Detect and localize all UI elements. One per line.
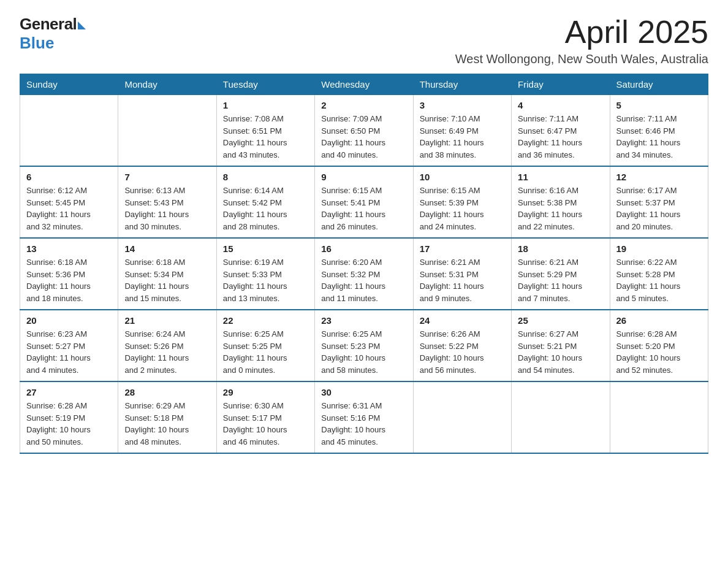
calendar-cell: 29Sunrise: 6:30 AM Sunset: 5:17 PM Dayli…: [216, 381, 314, 453]
day-info: Sunrise: 7:11 AM Sunset: 6:47 PM Dayligh…: [518, 113, 603, 161]
weekday-header: Monday: [118, 74, 216, 95]
day-info: Sunrise: 6:18 AM Sunset: 5:36 PM Dayligh…: [26, 256, 112, 304]
day-number: 14: [124, 243, 210, 254]
day-info: Sunrise: 6:28 AM Sunset: 5:20 PM Dayligh…: [616, 328, 702, 376]
day-number: 22: [223, 315, 308, 326]
weekday-header: Thursday: [413, 74, 511, 95]
day-info: Sunrise: 6:15 AM Sunset: 5:41 PM Dayligh…: [321, 185, 406, 232]
calendar-cell: [512, 381, 610, 453]
calendar-cell: 9Sunrise: 6:15 AM Sunset: 5:41 PM Daylig…: [315, 166, 413, 238]
weekday-header: Sunday: [20, 74, 118, 95]
calendar-cell: 6Sunrise: 6:12 AM Sunset: 5:45 PM Daylig…: [20, 166, 118, 238]
day-number: 9: [321, 172, 406, 182]
day-info: Sunrise: 6:31 AM Sunset: 5:16 PM Dayligh…: [321, 400, 406, 448]
day-number: 23: [321, 315, 406, 326]
calendar-cell: 18Sunrise: 6:21 AM Sunset: 5:29 PM Dayli…: [512, 238, 610, 310]
day-number: 6: [26, 172, 112, 182]
day-info: Sunrise: 7:10 AM Sunset: 6:49 PM Dayligh…: [420, 113, 505, 161]
calendar-cell: 22Sunrise: 6:25 AM Sunset: 5:25 PM Dayli…: [216, 310, 314, 381]
calendar-location: West Wollongong, New South Wales, Austra…: [455, 52, 708, 66]
day-number: 26: [616, 315, 702, 326]
calendar-table: SundayMondayTuesdayWednesdayThursdayFrid…: [20, 74, 708, 454]
calendar-cell: 25Sunrise: 6:27 AM Sunset: 5:21 PM Dayli…: [512, 310, 610, 381]
day-info: Sunrise: 6:25 AM Sunset: 5:25 PM Dayligh…: [223, 328, 308, 376]
calendar-cell: 8Sunrise: 6:14 AM Sunset: 5:42 PM Daylig…: [216, 166, 314, 238]
day-info: Sunrise: 6:29 AM Sunset: 5:18 PM Dayligh…: [124, 400, 210, 448]
day-number: 12: [616, 172, 702, 182]
day-number: 11: [518, 172, 603, 182]
logo-triangle-icon: [78, 21, 86, 29]
logo-blue: Blue: [20, 34, 54, 53]
day-number: 5: [616, 100, 702, 110]
calendar-title: April 2025: [455, 15, 708, 50]
calendar-cell: 15Sunrise: 6:19 AM Sunset: 5:33 PM Dayli…: [216, 238, 314, 310]
day-info: Sunrise: 6:12 AM Sunset: 5:45 PM Dayligh…: [26, 185, 112, 232]
day-number: 7: [124, 172, 210, 182]
calendar-cell: 5Sunrise: 7:11 AM Sunset: 6:46 PM Daylig…: [610, 95, 708, 167]
day-info: Sunrise: 6:23 AM Sunset: 5:27 PM Dayligh…: [26, 328, 112, 376]
day-info: Sunrise: 6:17 AM Sunset: 5:37 PM Dayligh…: [616, 185, 702, 232]
weekday-header: Friday: [512, 74, 610, 95]
weekday-header: Tuesday: [216, 74, 314, 95]
day-info: Sunrise: 6:22 AM Sunset: 5:28 PM Dayligh…: [616, 256, 702, 304]
day-number: 8: [223, 172, 308, 182]
day-number: 10: [420, 172, 505, 182]
day-info: Sunrise: 6:21 AM Sunset: 5:29 PM Dayligh…: [518, 256, 603, 304]
calendar-cell: [20, 95, 118, 167]
day-number: 2: [321, 100, 406, 110]
day-info: Sunrise: 6:14 AM Sunset: 5:42 PM Dayligh…: [223, 185, 308, 232]
day-info: Sunrise: 6:28 AM Sunset: 5:19 PM Dayligh…: [26, 400, 112, 448]
day-number: 1: [223, 100, 308, 110]
calendar-header-row: SundayMondayTuesdayWednesdayThursdayFrid…: [20, 74, 708, 95]
day-number: 21: [124, 315, 210, 326]
day-info: Sunrise: 7:11 AM Sunset: 6:46 PM Dayligh…: [616, 113, 702, 161]
calendar-cell: 17Sunrise: 6:21 AM Sunset: 5:31 PM Dayli…: [413, 238, 511, 310]
day-number: 19: [616, 243, 702, 254]
calendar-cell: 11Sunrise: 6:16 AM Sunset: 5:38 PM Dayli…: [512, 166, 610, 238]
day-info: Sunrise: 6:24 AM Sunset: 5:26 PM Dayligh…: [124, 328, 210, 376]
day-number: 13: [26, 243, 112, 254]
calendar-cell: 12Sunrise: 6:17 AM Sunset: 5:37 PM Dayli…: [610, 166, 708, 238]
calendar-cell: [610, 381, 708, 453]
day-info: Sunrise: 6:21 AM Sunset: 5:31 PM Dayligh…: [420, 256, 505, 304]
calendar-cell: 28Sunrise: 6:29 AM Sunset: 5:18 PM Dayli…: [118, 381, 216, 453]
day-number: 25: [518, 315, 603, 326]
day-number: 28: [124, 387, 210, 397]
day-info: Sunrise: 6:20 AM Sunset: 5:32 PM Dayligh…: [321, 256, 406, 304]
calendar-cell: 20Sunrise: 6:23 AM Sunset: 5:27 PM Dayli…: [20, 310, 118, 381]
logo-general: General: [20, 15, 77, 34]
calendar-cell: 10Sunrise: 6:15 AM Sunset: 5:39 PM Dayli…: [413, 166, 511, 238]
logo: General Blue: [20, 15, 86, 53]
calendar-week-row: 20Sunrise: 6:23 AM Sunset: 5:27 PM Dayli…: [20, 310, 708, 381]
day-number: 4: [518, 100, 603, 110]
page-header: General Blue April 2025 West Wollongong,…: [20, 15, 708, 66]
calendar-week-row: 27Sunrise: 6:28 AM Sunset: 5:19 PM Dayli…: [20, 381, 708, 453]
calendar-cell: 13Sunrise: 6:18 AM Sunset: 5:36 PM Dayli…: [20, 238, 118, 310]
calendar-cell: 24Sunrise: 6:26 AM Sunset: 5:22 PM Dayli…: [413, 310, 511, 381]
day-number: 29: [223, 387, 308, 397]
calendar-cell: 4Sunrise: 7:11 AM Sunset: 6:47 PM Daylig…: [512, 95, 610, 167]
day-number: 16: [321, 243, 406, 254]
calendar-week-row: 13Sunrise: 6:18 AM Sunset: 5:36 PM Dayli…: [20, 238, 708, 310]
calendar-cell: 16Sunrise: 6:20 AM Sunset: 5:32 PM Dayli…: [315, 238, 413, 310]
weekday-header: Saturday: [610, 74, 708, 95]
day-info: Sunrise: 6:25 AM Sunset: 5:23 PM Dayligh…: [321, 328, 406, 376]
day-info: Sunrise: 6:27 AM Sunset: 5:21 PM Dayligh…: [518, 328, 603, 376]
day-number: 3: [420, 100, 505, 110]
day-info: Sunrise: 6:15 AM Sunset: 5:39 PM Dayligh…: [420, 185, 505, 232]
day-info: Sunrise: 6:26 AM Sunset: 5:22 PM Dayligh…: [420, 328, 505, 376]
day-number: 17: [420, 243, 505, 254]
calendar-cell: 26Sunrise: 6:28 AM Sunset: 5:20 PM Dayli…: [610, 310, 708, 381]
calendar-cell: 7Sunrise: 6:13 AM Sunset: 5:43 PM Daylig…: [118, 166, 216, 238]
day-number: 15: [223, 243, 308, 254]
day-info: Sunrise: 7:08 AM Sunset: 6:51 PM Dayligh…: [223, 113, 308, 161]
title-block: April 2025 West Wollongong, New South Wa…: [455, 15, 708, 66]
day-info: Sunrise: 6:18 AM Sunset: 5:34 PM Dayligh…: [124, 256, 210, 304]
calendar-cell: [413, 381, 511, 453]
day-info: Sunrise: 7:09 AM Sunset: 6:50 PM Dayligh…: [321, 113, 406, 161]
calendar-cell: 30Sunrise: 6:31 AM Sunset: 5:16 PM Dayli…: [315, 381, 413, 453]
calendar-week-row: 1Sunrise: 7:08 AM Sunset: 6:51 PM Daylig…: [20, 95, 708, 167]
calendar-cell: 27Sunrise: 6:28 AM Sunset: 5:19 PM Dayli…: [20, 381, 118, 453]
day-number: 20: [26, 315, 112, 326]
calendar-week-row: 6Sunrise: 6:12 AM Sunset: 5:45 PM Daylig…: [20, 166, 708, 238]
